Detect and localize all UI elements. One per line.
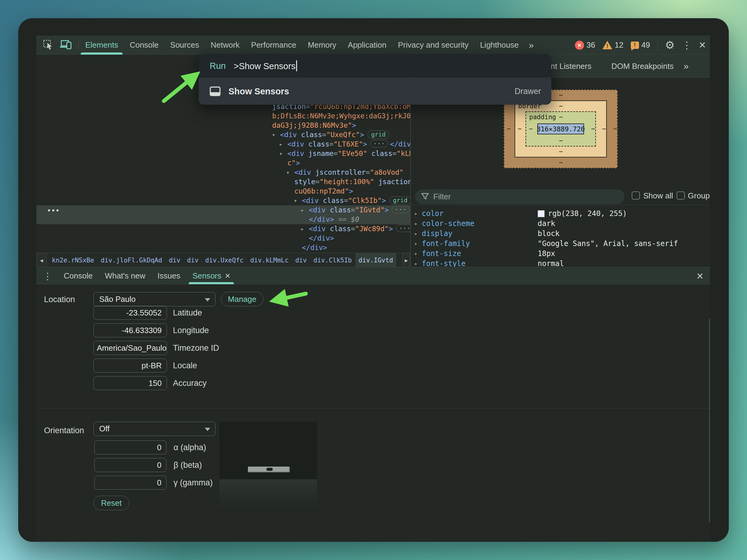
device-toolbar-icon[interactable] <box>59 38 73 52</box>
dom-node-line[interactable]: c"> <box>36 158 410 168</box>
grid-badge[interactable]: grid <box>390 196 410 205</box>
border-top-value[interactable]: − <box>559 102 563 110</box>
border-bottom-value[interactable]: − <box>559 148 563 155</box>
computed-property-font-size[interactable]: ▸font-size18px <box>411 249 710 259</box>
dom-node-line[interactable]: ▾<div jscontroller="a8oVod" <box>36 168 410 177</box>
tab-network[interactable]: Network <box>205 35 245 55</box>
gamma-input[interactable]: 0 <box>94 476 166 490</box>
filter-field[interactable] <box>415 189 624 204</box>
margin-right-value[interactable]: − <box>613 125 617 133</box>
grid-badge[interactable]: grid <box>368 130 389 139</box>
filter-input[interactable] <box>433 192 618 202</box>
manage-button[interactable]: Manage <box>221 292 263 306</box>
breadcrumb-item-div-clk5ib[interactable]: div.Clk5Ib <box>310 253 355 267</box>
tab-elements[interactable]: Elements <box>79 35 124 55</box>
dom-node-line[interactable]: ▾<div jsname="EVe50" class="kLM <box>36 149 410 158</box>
node-menu-dots-icon[interactable] <box>48 209 62 212</box>
inspect-element-icon[interactable] <box>42 38 54 52</box>
dom-node-line[interactable]: style="height:100%" jsaction= <box>36 177 410 187</box>
tab-dom-breakpoints[interactable]: DOM Breakpoints <box>611 55 674 78</box>
margin-left-value[interactable]: − <box>507 125 511 133</box>
settings-gear-icon[interactable]: ⚙ <box>665 40 675 51</box>
expand-node-icon[interactable]: ▸ <box>301 205 304 215</box>
border-left-value[interactable]: − <box>518 125 521 133</box>
reset-button[interactable]: Reset <box>94 496 129 510</box>
devtools-close-icon[interactable]: × <box>699 38 706 52</box>
latitude-input[interactable]: -23.55052 <box>94 306 167 320</box>
warning-counter[interactable]: ! 12 <box>602 41 623 50</box>
dom-node-line[interactable]: b;DfLsBc:N6Mv3e;Wyhgxe:daG3j;rkJ0h <box>36 111 410 121</box>
tab-application[interactable]: Application <box>342 35 392 55</box>
show-all-checkbox[interactable] <box>632 191 640 199</box>
expand-property-icon[interactable]: ▸ <box>414 259 417 267</box>
more-children-badge[interactable]: ··· <box>396 224 410 232</box>
expand-property-icon[interactable]: ▸ <box>414 209 417 219</box>
margin-bottom-value[interactable]: − <box>559 159 563 166</box>
kebab-menu-icon[interactable]: ⋮ <box>682 41 692 50</box>
breadcrumb-item-div[interactable]: div <box>184 253 202 267</box>
collapse-node-icon[interactable]: ▾ <box>286 168 289 177</box>
computed-property-font-style[interactable]: ▸font-stylenormal <box>411 259 710 267</box>
breadcrumb-next-icon[interactable]: ▸ <box>402 253 410 267</box>
more-children-badge[interactable]: ··· <box>370 140 388 148</box>
computed-property-color-scheme[interactable]: ▸color-schemedark <box>411 219 710 229</box>
margin-top-value[interactable]: − <box>559 91 563 99</box>
tab-console[interactable]: Console <box>124 35 164 55</box>
drawer-tab-console[interactable]: Console <box>58 267 99 284</box>
command-result-show-sensors[interactable]: Show Sensors Drawer <box>199 78 551 105</box>
dom-node-line[interactable]: daG3j;j92B8:N6Mv3e"> <box>36 121 410 130</box>
padding-top-value[interactable]: − <box>559 113 563 121</box>
accuracy-input[interactable]: 150 <box>94 376 167 390</box>
computed-property-font-family[interactable]: ▸font-family"Google Sans", Arial, sans-s… <box>411 239 710 249</box>
collapse-node-icon[interactable]: ▾ <box>272 130 275 139</box>
breadcrumb-prev-icon[interactable]: ◂ <box>36 253 47 267</box>
breadcrumb-item-div[interactable]: div <box>292 253 310 267</box>
orientation-select[interactable]: Off <box>94 422 215 436</box>
expand-property-icon[interactable]: ▸ <box>414 229 417 239</box>
error-counter[interactable]: × 36 <box>575 41 595 50</box>
tab-sources[interactable]: Sources <box>164 35 205 55</box>
alpha-input[interactable]: 0 <box>94 441 166 454</box>
dom-node-line[interactable]: ▸<div class="IGvtd">··· <box>36 205 410 215</box>
border-right-value[interactable]: − <box>602 125 606 133</box>
dom-node-line[interactable]: </div> == $0 <box>36 215 410 224</box>
tab-privacy-and-security[interactable]: Privacy and security <box>392 35 474 55</box>
drawer-tab-issues[interactable]: Issues <box>151 267 186 284</box>
close-tab-icon[interactable]: × <box>225 271 231 281</box>
command-input[interactable]: Run >Show Sensors <box>199 54 551 78</box>
orientation-phone-preview[interactable] <box>220 422 317 512</box>
drawer-close-icon[interactable]: × <box>697 270 703 283</box>
beta-input[interactable]: 0 <box>94 458 166 472</box>
breadcrumb-item-div-igvtd[interactable]: div.IGvtd <box>355 253 396 267</box>
padding-bottom-value[interactable]: − <box>559 137 563 144</box>
expand-property-icon[interactable]: ▸ <box>414 239 417 249</box>
tab-lighthouse[interactable]: Lighthouse <box>474 35 524 55</box>
dom-node-line[interactable]: ▸<div class="LT6XE">···</div> <box>36 139 410 149</box>
padding-left-value[interactable]: − <box>529 125 533 133</box>
dom-node-line[interactable]: ▾<div class="UxeQfc">grid <box>36 130 410 139</box>
collapse-node-icon[interactable]: ▾ <box>279 149 282 158</box>
group-checkbox[interactable] <box>677 191 685 199</box>
expand-node-icon[interactable]: ▸ <box>301 224 304 234</box>
tab-performance[interactable]: Performance <box>246 35 302 55</box>
drawer-scrollbar[interactable] <box>709 319 710 523</box>
tab-memory[interactable]: Memory <box>302 35 342 55</box>
expand-node-icon[interactable]: ▸ <box>279 139 282 149</box>
computed-property-color[interactable]: ▸colorrgb(238, 240, 255) <box>411 209 710 219</box>
expand-property-icon[interactable]: ▸ <box>414 249 417 259</box>
dom-node-line[interactable]: </div> <box>36 234 410 243</box>
padding-right-value[interactable]: − <box>591 125 595 133</box>
more-tabs-icon[interactable]: » <box>524 35 538 55</box>
dom-node-line[interactable]: ▾<div class="Clk5Ib">grid <box>36 196 410 205</box>
breadcrumb-item-div-jlofl-gkdqad[interactable]: div.jloFl.GkDqAd <box>97 253 165 267</box>
breadcrumb-item-kn2e-rnsxbe[interactable]: kn2e.rNSxBe <box>49 253 97 267</box>
longitude-input[interactable]: -46.633309 <box>94 323 167 337</box>
dom-node-line[interactable]: cuQ6b:npT2md"> <box>36 187 410 196</box>
breadcrumb-item-div-klmmlc[interactable]: div.kLMmLc <box>247 253 292 267</box>
dom-node-line[interactable]: ▸<div class="JWc89d">··· <box>36 224 410 234</box>
collapse-node-icon[interactable]: ▾ <box>294 196 297 205</box>
timezone-id-input[interactable]: America/Sao_Paulo <box>94 341 167 355</box>
breadcrumb-item-div-uxeqfc[interactable]: div.UxeQfc <box>202 253 247 267</box>
issues-counter[interactable]: ! 49 <box>631 41 650 50</box>
drawer-tab-sensors[interactable]: Sensors× <box>186 267 236 284</box>
